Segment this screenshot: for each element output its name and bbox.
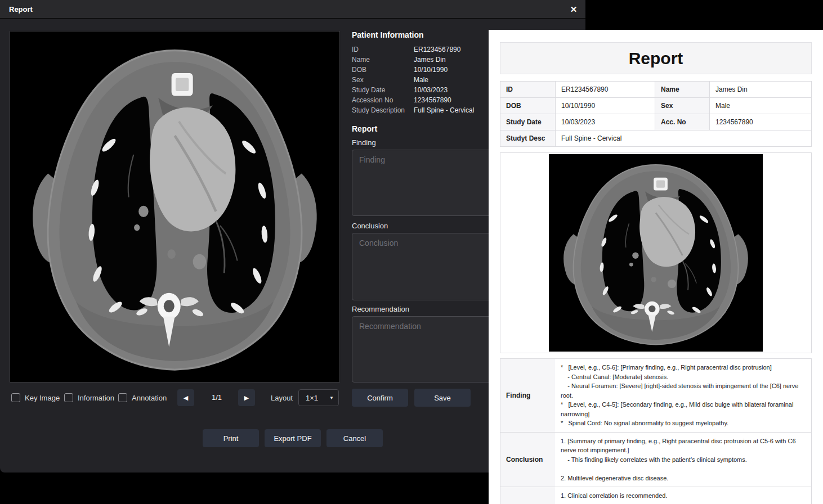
cell-label: ID: [500, 82, 555, 97]
cell-value: 1234567890: [709, 114, 811, 130]
field-label: Study Date: [352, 86, 414, 94]
preview-patient-table: ID ER1234567890 Name James Din DOB 10/10…: [500, 81, 812, 147]
field-value: ER1234567890: [414, 46, 460, 53]
field-value: Male: [414, 76, 428, 84]
viewer-controls: Key Image Information Annotation ◀ 1/1 ▶…: [0, 389, 349, 406]
patient-info-heading: Patient Information: [352, 30, 424, 39]
cell-label: Sex: [655, 98, 709, 114]
export-pdf-button[interactable]: Export PDF: [265, 429, 321, 447]
recommendation-row: Rec 1. Clinical correlation is recommend…: [500, 487, 811, 504]
dialog-titlebar: Report ✕: [0, 0, 585, 19]
chevron-down-icon: ▼: [329, 395, 334, 400]
save-button[interactable]: Save: [414, 389, 471, 407]
cell-label: Name: [655, 82, 709, 97]
dialog-title: Report: [9, 5, 33, 14]
preview-image-container: [500, 152, 812, 353]
finding-label: Finding: [352, 138, 376, 147]
row-label: Finding: [500, 359, 555, 432]
field-label: DOB: [352, 66, 414, 74]
layout-label: Layout: [271, 394, 293, 402]
cell-value: James Din: [709, 82, 811, 97]
report-preview-panel: Report ID ER1234567890 Name James Din DO…: [489, 30, 823, 504]
field-label: Accession No: [352, 96, 414, 104]
information-checkbox[interactable]: [64, 393, 73, 402]
key-image-checkbox[interactable]: [11, 393, 20, 402]
finding-row: Finding * [Level, e.g., C5-6]: [Primary …: [500, 359, 811, 433]
recommendation-label: Recommendation: [352, 305, 409, 313]
preview-title: Report: [629, 49, 683, 68]
field-label: ID: [352, 46, 414, 53]
close-icon[interactable]: ✕: [567, 3, 580, 16]
cell-value: ER1234567890: [555, 82, 655, 97]
row-label: Conclusion: [500, 433, 555, 487]
conclusion-row: Conclusion 1. [Summary of primary findin…: [500, 433, 811, 488]
preview-findings-table: Finding * [Level, e.g., C5-6]: [Primary …: [500, 358, 812, 504]
recommendation-text: 1. Clinical correlation is recommended. …: [561, 491, 806, 504]
row-label: Rec: [500, 487, 555, 504]
field-value: 10/03/2023: [414, 86, 448, 94]
cell-value: Male: [709, 98, 811, 114]
annotation-label: Annotation: [132, 394, 167, 402]
table-row: Studyt Desc Full Spine - Cervical: [500, 130, 811, 147]
cell-label: DOB: [500, 98, 555, 114]
field-label: Study Description: [352, 106, 414, 114]
page-indicator: 1/1: [203, 393, 231, 402]
chevron-right-icon: ▶: [244, 394, 249, 402]
cell-value: 10/10/1990: [555, 98, 655, 114]
table-row: DOB 10/10/1990 Sex Male: [500, 98, 811, 114]
app-background: Report ✕ Key Image Information Annotatio…: [0, 0, 823, 504]
preview-ct-image: [549, 154, 763, 352]
layout-value: 1×1: [306, 394, 329, 402]
annotation-checkbox[interactable]: [118, 393, 127, 402]
cell-label: Study Date: [500, 114, 555, 130]
next-page-button[interactable]: ▶: [238, 389, 255, 406]
prev-page-button[interactable]: ◀: [177, 389, 194, 406]
ct-image-viewport[interactable]: [10, 31, 340, 382]
cell-label: Acc. No: [655, 114, 709, 130]
conclusion-text: 1. [Summary of primary finding, e.g., Ri…: [561, 436, 806, 483]
field-label: Name: [352, 56, 414, 64]
table-row: Study Date 10/03/2023 Acc. No 1234567890: [500, 114, 811, 130]
cell-label: Studyt Desc: [500, 130, 555, 146]
field-label: Sex: [352, 76, 414, 84]
preview-header: Report: [500, 42, 812, 74]
field-value: 1234567890: [414, 96, 451, 104]
conclusion-label: Conclusion: [352, 222, 388, 230]
print-button[interactable]: Print: [203, 429, 259, 447]
field-value: 10/10/1990: [414, 66, 448, 74]
table-row: ID ER1234567890 Name James Din: [500, 82, 811, 98]
cell-value: 10/03/2023: [555, 114, 655, 130]
chevron-left-icon: ◀: [184, 394, 188, 402]
confirm-button[interactable]: Confirm: [352, 389, 408, 407]
field-value: James Din: [414, 56, 446, 64]
finding-text: * [Level, e.g., C5-6]: [Primary finding,…: [561, 363, 806, 428]
cell-value: Full Spine - Cervical: [555, 130, 811, 146]
information-label: Information: [78, 394, 114, 402]
report-section-heading: Report: [352, 124, 377, 133]
ct-axial-image: [10, 32, 339, 382]
key-image-label: Key Image: [25, 394, 60, 402]
ct-axial-image: [549, 154, 763, 352]
field-value: Full Spine - Cervical: [414, 106, 474, 114]
cancel-button[interactable]: Cancel: [326, 429, 383, 447]
layout-dropdown[interactable]: 1×1 ▼: [298, 389, 339, 406]
